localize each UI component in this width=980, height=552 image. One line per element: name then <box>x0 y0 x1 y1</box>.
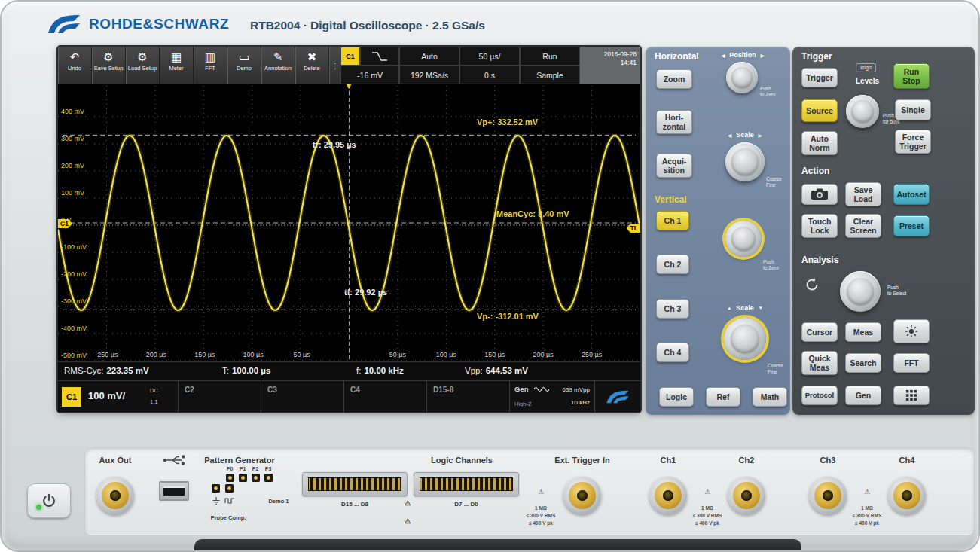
keypad-button[interactable] <box>893 386 930 405</box>
meas-button[interactable]: Meas <box>845 322 881 342</box>
logic-button[interactable]: Logic <box>659 387 694 407</box>
waveform-plot <box>58 84 640 361</box>
quick-meas-button[interactable]: Quick Meas <box>801 351 838 375</box>
x-axis-label: -150 µs <box>192 352 215 358</box>
save-load-button[interactable]: Save Load <box>845 182 881 206</box>
channel4-chip[interactable]: C4 <box>344 381 427 413</box>
clear-screen-button[interactable]: Clear Screen <box>845 214 881 238</box>
fft-button[interactable]: FFT <box>893 353 930 373</box>
status-trigger-mode[interactable]: Auto <box>399 47 459 66</box>
status-acquire-mode[interactable]: Sample <box>520 66 580 84</box>
gen-button[interactable]: Gen <box>845 386 881 405</box>
channel1-button[interactable]: Ch 1 <box>656 211 689 230</box>
status-horizontal-position[interactable]: 0 s <box>459 66 520 84</box>
measurement-item[interactable]: RMS-Cyc:223.35 mV <box>64 366 149 375</box>
model-title: RTB2004 · Digital Oscilloscope · 2.5 GSa… <box>250 19 485 32</box>
navigation-knob[interactable] <box>840 271 881 312</box>
acquisition-button[interactable]: Acqui- sition <box>656 154 692 178</box>
toolbar-meter-button[interactable]: ▦Meter <box>160 47 194 84</box>
auto-norm-button[interactable]: Auto Norm <box>801 131 838 155</box>
push-to-select-hint: Push to Select <box>887 285 920 297</box>
toolbar-menu-handle-icon[interactable]: ⋮ <box>329 47 340 84</box>
channel3-chip[interactable]: C3 <box>261 381 344 413</box>
run-stop-button[interactable]: Run Stop <box>893 63 930 89</box>
vertical-push-to-zero-hint: Push to Zero <box>763 259 793 272</box>
preset-button[interactable]: Preset <box>893 215 930 236</box>
toolbar-delete-button[interactable]: ✖Delete <box>295 47 329 84</box>
annotation-icon: ✎ <box>273 51 283 63</box>
channel-bar: C1 100 mV/ DC 1:1 C2 C3 C4 D15-8 Gen <box>58 380 640 412</box>
arrow-right-icon: ▶ <box>759 133 762 138</box>
trigger-position-marker-icon[interactable]: ▼ <box>345 84 353 90</box>
channel2-button[interactable]: Ch 2 <box>656 255 689 274</box>
screen[interactable]: ↶Undo⚙Save Setup⚙Load Setup▦Meter▥FFT▭De… <box>58 47 640 412</box>
channel1-settings-chip[interactable]: C1 100 mV/ DC 1:1 <box>58 381 179 413</box>
channel-input-label-ch3: Ch3 <box>798 456 858 465</box>
status-run-state[interactable]: Run <box>520 47 580 66</box>
channel3-button[interactable]: Ch 3 <box>656 299 689 319</box>
toolbar-delete-label: Delete <box>304 66 320 72</box>
math-button[interactable]: Math <box>753 387 787 407</box>
ref-button[interactable]: Ref <box>706 387 740 407</box>
screenshot-button[interactable] <box>801 184 838 205</box>
save-setup-icon: ⚙ <box>103 51 113 63</box>
analysis-section-title: Analysis <box>801 255 838 265</box>
measurement-item[interactable]: T:100.00 µs <box>222 366 270 375</box>
vertical-position-knob[interactable] <box>725 221 762 257</box>
waveform-display[interactable]: ▼ C1 TL Vp+: 332.52 mV tr: 29.95 µs Mean… <box>58 84 640 361</box>
cursor-button[interactable]: Cursor <box>801 322 838 342</box>
protocol-button[interactable]: Protocol <box>801 386 838 405</box>
toolbar-load-setup-button[interactable]: ⚙Load Setup <box>126 47 160 84</box>
rohde-schwarz-screen-logo-icon <box>606 388 630 406</box>
generator-chip[interactable]: Gen High-Z 639 mVpp 10 kHz <box>510 381 595 413</box>
intensity-button[interactable] <box>893 319 930 343</box>
trigger-level-knob[interactable] <box>846 95 879 128</box>
toolbar-fft-label: FFT <box>205 66 215 72</box>
search-button[interactable]: Search <box>845 353 881 373</box>
meter-icon: ▦ <box>171 51 182 63</box>
arrow-left-icon: ◀ <box>728 133 732 138</box>
logic-warning-icon: ⚠ <box>401 517 414 525</box>
horizontal-scale-label: Scale <box>736 131 754 139</box>
x-axis-label: -50 µs <box>291 352 310 358</box>
horizontal-scale-knob[interactable] <box>725 142 765 181</box>
y-axis-label: -200 mV <box>61 271 87 278</box>
digital-channels-chip[interactable]: D15-8 <box>427 381 510 413</box>
zoom-button[interactable]: Zoom <box>656 69 692 89</box>
power-button[interactable] <box>27 483 71 518</box>
trigger-slope-cell[interactable] <box>360 47 399 66</box>
status-timebase[interactable]: 50 µs/ <box>459 47 520 66</box>
toolbar-fft-button[interactable]: ▥FFT <box>194 47 227 84</box>
force-trigger-button[interactable]: Force Trigger <box>895 130 931 154</box>
status-channel-chip[interactable]: C1 <box>340 47 360 66</box>
y-axis-label: 0 V <box>61 217 72 224</box>
annotation-fall-time: tf: 29.92 µs <box>344 288 387 297</box>
x-axis-label: 250 µs <box>582 352 602 358</box>
vent-strip <box>194 539 801 552</box>
autoset-button[interactable]: Autoset <box>893 184 930 205</box>
single-button[interactable]: Single <box>895 99 931 120</box>
status-sample-rate[interactable]: 192 MSa/s <box>399 66 459 84</box>
levels-label: Levels <box>856 77 879 85</box>
measurement-item[interactable]: Vpp:644.53 mV <box>465 366 528 375</box>
vertical-scale-knob[interactable] <box>724 318 766 360</box>
channel2-chip[interactable]: C2 <box>179 381 261 413</box>
action-section-title: Action <box>801 166 829 176</box>
touch-lock-button[interactable]: Touch Lock <box>801 214 838 238</box>
toolbar-undo-button[interactable]: ↶Undo <box>58 47 92 84</box>
probe-comp-signal-pin <box>225 484 234 493</box>
channel4-button[interactable]: Ch 4 <box>656 343 689 362</box>
horizontal-button[interactable]: Hori- zontal <box>656 110 692 134</box>
source-button[interactable]: Source <box>801 99 838 122</box>
load-setup-icon: ⚙ <box>137 51 147 63</box>
status-trigger-level[interactable]: -16 mV <box>340 66 399 84</box>
toolbar-annotation-button[interactable]: ✎Annotation <box>261 47 295 84</box>
trigger-button[interactable]: Trigger <box>801 68 838 87</box>
measurement-label: Vpp: <box>465 366 483 375</box>
pattern-generator-label: Pattern Generator <box>194 456 285 465</box>
toolbar-demo-button[interactable]: ▭Demo <box>227 47 261 84</box>
toolbar-save-setup-button[interactable]: ⚙Save Setup <box>92 47 126 84</box>
ext-trigger-bnc <box>563 477 601 514</box>
horizontal-position-knob[interactable] <box>726 62 758 93</box>
measurement-item[interactable]: f:10.00 kHz <box>356 366 404 375</box>
